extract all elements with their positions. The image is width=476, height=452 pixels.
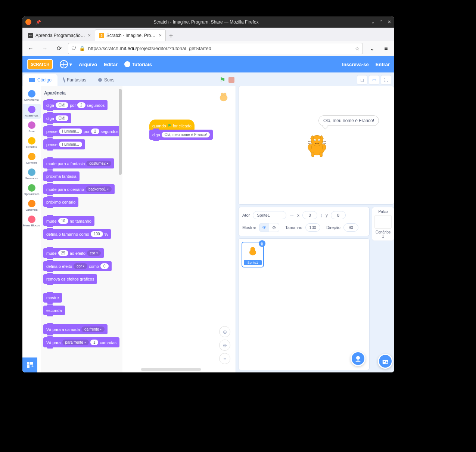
stage-small-button[interactable]: ◻: [357, 75, 367, 85]
edit-menu[interactable]: Editar: [104, 62, 118, 67]
zoom-out-button[interactable]: ⊖: [219, 340, 230, 351]
pocket-button[interactable]: ⌄: [367, 43, 377, 54]
block-say[interactable]: diga Olá!: [43, 113, 71, 123]
add-sprite-button[interactable]: [351, 351, 365, 366]
minimize-button[interactable]: ⌄: [371, 19, 375, 25]
file-menu[interactable]: Arquivo: [79, 62, 97, 67]
reload-button[interactable]: ⟳: [54, 43, 64, 54]
block-say-instance[interactable]: diga Olá, meu nome é Franco!: [149, 130, 213, 140]
zoom-in-button[interactable]: ⊕: [219, 326, 230, 337]
close-tab-icon[interactable]: ×: [88, 32, 91, 38]
category-color-icon: [28, 168, 35, 176]
direction-input[interactable]: 90: [343, 223, 358, 232]
tab-code[interactable]: Código: [23, 74, 57, 86]
delete-sprite-button[interactable]: 🗑: [259, 240, 265, 247]
category-operadores[interactable]: Operadores: [23, 182, 41, 197]
category-sensores[interactable]: Sensores: [23, 167, 41, 182]
svg-point-13: [308, 144, 312, 150]
green-flag-button[interactable]: ⚑: [220, 76, 225, 84]
svg-text:+: +: [31, 364, 34, 368]
category-variáveis[interactable]: Variáveis: [23, 198, 41, 213]
stage-column: Olá, meu nome é Franco!: [236, 86, 394, 372]
block-clear-effects[interactable]: remova os efeitos gráficos: [43, 274, 97, 284]
editor-main: MovimentoAparênciaSomEventosControleSens…: [22, 86, 394, 372]
category-aparência[interactable]: Aparência: [23, 104, 41, 119]
sprite-thumbnail[interactable]: 🗑 Sprite1: [242, 242, 264, 267]
block-switch-costume[interactable]: mude para a fantasia costume2: [43, 158, 114, 168]
category-som[interactable]: Som: [23, 120, 41, 134]
stop-button[interactable]: [228, 77, 234, 83]
close-tab-icon[interactable]: ×: [159, 32, 162, 38]
maximize-button[interactable]: ⌃: [379, 19, 383, 25]
palette-scrollbar[interactable]: [119, 89, 122, 175]
svg-rect-12: [320, 152, 322, 157]
hamburger-menu-button[interactable]: ≡: [381, 43, 391, 54]
sprite-name-input[interactable]: Sprite1: [253, 211, 286, 219]
svg-point-10: [318, 140, 319, 140]
tab-label: Scratch - Imagine, Program, S: [106, 33, 156, 38]
block-show[interactable]: mostre: [43, 293, 62, 303]
favicon-icon: FG: [28, 33, 33, 38]
signup-link[interactable]: Inscreva-se: [342, 62, 369, 67]
new-tab-button[interactable]: ＋: [166, 30, 176, 41]
tab-sounds[interactable]: Sons: [92, 74, 120, 86]
category-movimento[interactable]: Movimento: [23, 88, 41, 103]
block-hide[interactable]: esconda: [43, 306, 65, 315]
stage-selector[interactable]: Palco Cenários 1: [372, 207, 394, 241]
svg-rect-22: [383, 360, 388, 364]
back-button[interactable]: ←: [25, 43, 36, 54]
y-input[interactable]: 0: [331, 211, 346, 219]
favicon-icon: S: [99, 33, 104, 38]
zoom-reset-button[interactable]: ＝: [219, 353, 230, 364]
shield-icon[interactable]: 🛡: [71, 46, 76, 51]
scripts-workspace[interactable]: quando ⚑ for clicado diga Olá, meu nome …: [122, 86, 236, 372]
block-say-for-secs[interactable]: diga Olá! por 2 segundos: [43, 100, 108, 110]
block-think[interactable]: pense Hummm...: [43, 139, 85, 149]
block-think-for-secs[interactable]: pense Hummm... por 2 segundos: [43, 126, 121, 136]
block-change-effect[interactable]: mude 25 ao efeito cor: [43, 248, 104, 258]
hide-button[interactable]: ⊘: [269, 223, 279, 232]
browser-tab-1[interactable]: S Scratch - Imagine, Program, S ×: [95, 30, 166, 41]
category-controle[interactable]: Controle: [23, 151, 41, 166]
category-meus-blocos[interactable]: Meus Blocos: [23, 214, 41, 229]
block-next-costume[interactable]: próxima fantasia: [43, 171, 80, 181]
fullscreen-button[interactable]: ⛶: [381, 75, 391, 85]
stage-large-button[interactable]: ▭: [369, 75, 379, 85]
sprite-list: 🗑 Sprite1: [238, 238, 370, 370]
sound-icon: [98, 78, 102, 82]
tab-costumes[interactable]: Fantasias: [57, 74, 92, 86]
script-stack[interactable]: quando ⚑ for clicado diga Olá, meu nome …: [149, 120, 236, 140]
close-button[interactable]: ✕: [388, 19, 391, 25]
category-eventos[interactable]: Eventos: [23, 135, 41, 150]
sprite-cat[interactable]: [302, 131, 332, 161]
block-next-backdrop[interactable]: próximo cenário: [43, 197, 78, 207]
tutorials-menu[interactable]: Tutoriais: [124, 61, 152, 67]
block-go-layer[interactable]: Vá para a camada da frente: [43, 324, 108, 334]
add-extension-button[interactable]: +: [22, 357, 37, 372]
block-set-size[interactable]: defina o tamanho como 100 %: [43, 229, 111, 239]
stage[interactable]: Olá, meu nome é Franco!: [238, 86, 394, 205]
sprite-watermark-icon: [217, 90, 230, 104]
bookmark-star-icon[interactable]: ☆: [355, 45, 360, 52]
language-menu[interactable]: ▾: [60, 60, 72, 68]
browser-tab-0[interactable]: FG Aprenda Programação: Ponto ×: [24, 30, 95, 41]
block-switch-backdrop[interactable]: mude para o cenário backdrop1: [43, 184, 115, 194]
titlebar: 📌 Scratch - Imagine, Program, Share — Mo…: [22, 16, 394, 28]
pin-icon[interactable]: 📌: [36, 20, 41, 25]
block-go-layers[interactable]: Vá para para frente 1 camadas: [43, 337, 119, 347]
svg-point-8: [314, 140, 315, 140]
window-title: Scratch - Imagine, Program, Share — Mozi…: [41, 19, 371, 25]
urlbar[interactable]: 🛡 🔒 https://scratch.mit.edu/projects/edi…: [68, 43, 363, 54]
login-link[interactable]: Entrar: [376, 62, 390, 67]
block-change-size[interactable]: mude 10 no tamanho: [43, 216, 94, 226]
show-button[interactable]: 👁: [259, 223, 269, 232]
block-palette[interactable]: Aparência diga Olá! por 2 segundos diga …: [41, 86, 122, 372]
visibility-toggle[interactable]: 👁 ⊘: [259, 223, 279, 232]
add-backdrop-button[interactable]: [378, 354, 393, 369]
x-input[interactable]: 0: [302, 211, 317, 219]
workspace-scrollbar[interactable]: [141, 368, 201, 371]
size-input[interactable]: 100: [305, 223, 320, 232]
scratch-logo[interactable]: SCRATCH: [27, 59, 53, 69]
lock-icon[interactable]: 🔒: [79, 46, 85, 51]
block-set-effect[interactable]: defina o efeito cor como 0: [43, 261, 112, 271]
